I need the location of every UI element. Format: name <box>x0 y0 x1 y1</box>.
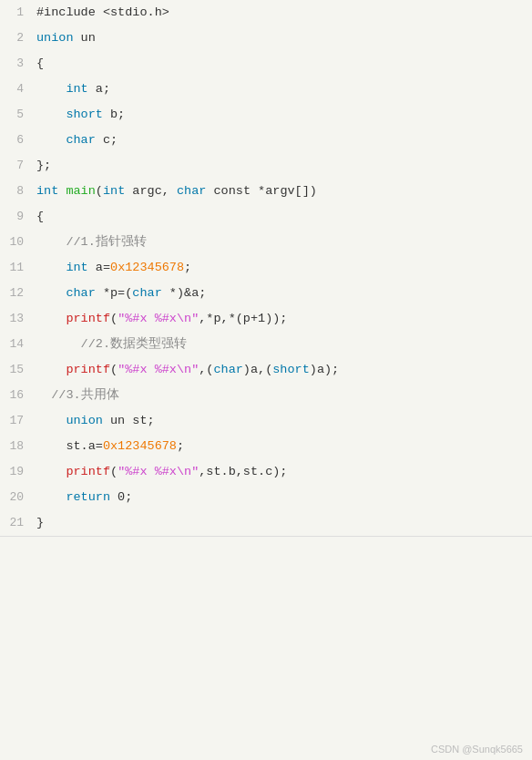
line-code: { <box>33 206 532 228</box>
line-code: char c; <box>33 129 532 151</box>
code-token <box>36 261 66 274</box>
line-number: 6 <box>0 129 33 151</box>
code-token: un st; <box>103 414 155 427</box>
line-number: 15 <box>0 359 33 381</box>
line-number: 10 <box>0 231 33 253</box>
code-token: c; <box>96 133 118 147</box>
code-token: 0; <box>110 490 132 504</box>
code-token: ,st.b,st.c); <box>199 465 287 478</box>
code-token: return <box>66 490 110 504</box>
code-token: <stdio.h> <box>103 5 169 19</box>
line-number: 12 <box>0 282 33 304</box>
code-token: { <box>36 210 44 223</box>
code-token <box>36 388 51 402</box>
line-row: 4 int a; <box>0 77 532 102</box>
code-token: //2.数据类型强转 <box>81 337 187 351</box>
code-token: printf <box>66 363 110 376</box>
line-row: 17 union un st; <box>0 408 532 434</box>
code-token: int <box>66 82 87 96</box>
code-token: printf <box>66 465 110 478</box>
code-token: }; <box>36 159 51 172</box>
code-token: ; <box>184 261 191 274</box>
code-token: un <box>74 31 96 45</box>
code-token: ( <box>110 363 118 376</box>
code-token <box>36 490 66 504</box>
code-token: char <box>66 286 95 300</box>
code-token: a= <box>88 261 110 274</box>
line-row: 7}; <box>0 153 532 179</box>
code-token: ; <box>177 439 184 453</box>
line-number: 17 <box>0 410 33 432</box>
code-token <box>36 363 66 376</box>
line-code: short b; <box>33 104 532 126</box>
line-number: 16 <box>0 385 33 406</box>
line-code: union un <box>33 27 532 49</box>
line-row: 10 //1.指针强转 <box>0 230 532 255</box>
line-number: 7 <box>0 155 33 177</box>
code-token <box>36 439 66 453</box>
line-number: 8 <box>0 180 33 202</box>
line-row: 14 //2.数据类型强转 <box>0 332 532 357</box>
line-code: } <box>33 512 532 534</box>
line-row: 12 char *p=(char *)&a; <box>0 281 532 306</box>
code-token: 0x12345678 <box>103 439 177 453</box>
code-token: char <box>177 184 206 198</box>
line-code: //1.指针强转 <box>33 231 532 253</box>
line-code: return 0; <box>33 487 532 508</box>
code-token <box>36 286 66 300</box>
line-code: { <box>33 53 532 75</box>
code-token: } <box>36 516 44 529</box>
code-token: b; <box>103 108 125 121</box>
watermark-text: CSDN @Sunqk5665 <box>431 744 523 755</box>
line-row: 18 st.a=0x12345678; <box>0 434 532 459</box>
code-token: "%#x %#x\n" <box>118 363 199 376</box>
code-token: ( <box>110 312 118 325</box>
code-lines: 1#include <stdio.h>2union un3{4 int a;5 … <box>0 0 532 536</box>
code-token: ,*p,*(p+1)); <box>199 312 287 325</box>
line-row: 13 printf("%#x %#x\n",*p,*(p+1)); <box>0 306 532 332</box>
line-row: 5 short b; <box>0 102 532 128</box>
line-row: 21} <box>0 510 532 536</box>
line-row: 11 int a=0x12345678; <box>0 255 532 281</box>
code-token: #include <box>36 5 103 19</box>
line-row: 20 return 0; <box>0 485 532 510</box>
line-row: 19 printf("%#x %#x\n",st.b,st.c); <box>0 459 532 485</box>
code-token: "%#x %#x\n" <box>118 465 199 478</box>
code-token: short <box>272 363 310 376</box>
code-token: { <box>36 56 44 70</box>
code-viewer: 1#include <stdio.h>2union un3{4 int a;5 … <box>0 0 532 760</box>
line-code: printf("%#x %#x\n",(char)a,(short)a); <box>33 359 532 381</box>
code-token: const *argv[]) <box>206 184 317 198</box>
line-code: st.a=0x12345678; <box>33 436 532 457</box>
line-number: 20 <box>0 487 33 508</box>
code-token: //3.共用体 <box>51 388 118 402</box>
line-number: 2 <box>0 27 33 49</box>
line-number: 14 <box>0 334 33 355</box>
code-token: ( <box>96 184 103 198</box>
code-token: a; <box>88 82 110 96</box>
line-row: 16 //3.共用体 <box>0 383 532 408</box>
code-token: char <box>132 286 161 300</box>
line-row: 8int main(int argc, char const *argv[]) <box>0 179 532 204</box>
code-token: //1.指针强转 <box>66 235 146 249</box>
code-token <box>36 337 81 351</box>
code-token: char <box>66 133 95 147</box>
line-row: 6 char c; <box>0 128 532 153</box>
line-code: }; <box>33 155 532 177</box>
code-token: *)&a; <box>162 286 207 300</box>
line-number: 11 <box>0 257 33 279</box>
code-token: ,( <box>199 363 213 376</box>
code-token: char <box>213 363 242 376</box>
code-token: union <box>66 414 103 427</box>
bottom-bar: CSDN @Sunqk5665 <box>0 536 532 561</box>
line-code: int a; <box>33 78 532 100</box>
code-token: "%#x %#x\n" <box>118 312 199 325</box>
code-token: short <box>66 108 103 121</box>
code-token: printf <box>66 312 110 325</box>
code-token: 0x12345678 <box>110 261 184 274</box>
code-token: )a); <box>310 363 339 376</box>
line-number: 3 <box>0 53 33 75</box>
code-token <box>36 235 66 249</box>
line-code: char *p=(char *)&a; <box>33 282 532 304</box>
line-number: 4 <box>0 78 33 100</box>
